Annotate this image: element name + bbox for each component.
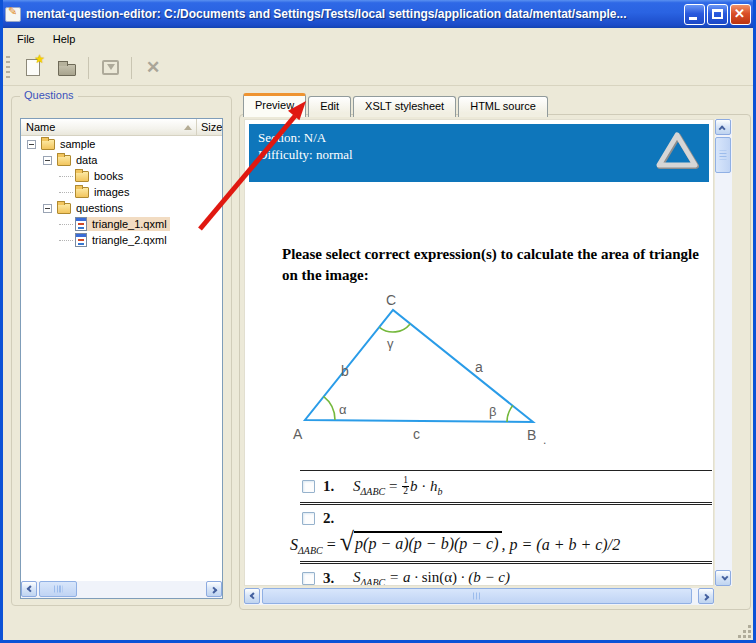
collapse-icon[interactable] bbox=[43, 204, 52, 213]
qxml-file-icon bbox=[75, 217, 87, 231]
tree-item-images[interactable]: images bbox=[21, 184, 222, 200]
questions-tree: Name Size sample data books bbox=[20, 118, 223, 599]
tab-edit[interactable]: Edit bbox=[308, 96, 351, 117]
side-a-label: a bbox=[475, 359, 483, 375]
collapse-icon[interactable] bbox=[27, 140, 36, 149]
scroll-down-button[interactable] bbox=[715, 570, 731, 586]
preview-document: Section: N/A Difficulty: normal Please s… bbox=[244, 119, 714, 586]
answer-2-formula: SΔABC = √p(p − a)(p − b)(p − c), p = (a … bbox=[290, 531, 712, 556]
tab-bar: Preview Edit XSLT stylesheet HTML source bbox=[243, 93, 550, 117]
tree-item-books[interactable]: books bbox=[21, 168, 222, 184]
collapse-icon[interactable] bbox=[43, 156, 52, 165]
scroll-right-button[interactable] bbox=[206, 581, 222, 597]
toolbar-separator bbox=[131, 57, 132, 79]
tree-item-sample[interactable]: sample bbox=[21, 136, 222, 152]
question-header-banner: Section: N/A Difficulty: normal bbox=[249, 124, 709, 182]
selected-row-highlight: triangle_1.qxml bbox=[75, 217, 170, 231]
tab-preview[interactable]: Preview bbox=[243, 93, 306, 117]
folder-icon bbox=[57, 155, 71, 166]
save-icon bbox=[102, 60, 119, 75]
title-bar[interactable]: mentat-question-editor: C:/Documents and… bbox=[0, 0, 756, 28]
answer-3-checkbox[interactable] bbox=[302, 572, 315, 585]
open-folder-button[interactable] bbox=[54, 55, 80, 81]
tree-item-triangle-2[interactable]: triangle_2.qxml bbox=[21, 232, 222, 248]
folder-icon bbox=[41, 139, 55, 150]
tree-connector bbox=[59, 192, 73, 193]
tree-connector bbox=[59, 224, 73, 225]
new-document-button[interactable] bbox=[20, 55, 46, 81]
tab-xslt-stylesheet[interactable]: XSLT stylesheet bbox=[353, 96, 456, 117]
answer-row-1: 1. SΔABC = 12b · hb bbox=[300, 471, 712, 505]
answer-1-number: 1. bbox=[323, 478, 353, 495]
resize-grip[interactable] bbox=[738, 625, 751, 638]
difficulty-text: Difficulty: normal bbox=[258, 146, 700, 163]
tree-column-size[interactable]: Size bbox=[196, 119, 222, 135]
new-document-icon bbox=[26, 59, 40, 76]
toolbar-drag-handle[interactable] bbox=[6, 56, 10, 80]
folder-icon bbox=[75, 187, 89, 198]
tree-item-data[interactable]: data bbox=[21, 152, 222, 168]
open-folder-icon bbox=[58, 64, 76, 76]
answer-table: 1. SΔABC = 12b · hb 2. bbox=[300, 470, 712, 586]
scrollbar-thumb[interactable] bbox=[39, 581, 77, 597]
preview-vertical-scrollbar[interactable] bbox=[715, 119, 732, 586]
scrollbar-thumb[interactable] bbox=[715, 137, 731, 173]
folder-icon bbox=[75, 171, 89, 182]
vertex-b-label: B bbox=[527, 427, 536, 443]
menu-file[interactable]: File bbox=[8, 30, 44, 48]
side-c-label: c bbox=[413, 426, 420, 442]
sort-arrow-icon bbox=[184, 125, 192, 130]
sentence-period: . bbox=[543, 433, 546, 447]
questions-panel-label: Questions bbox=[20, 89, 78, 101]
window-title: mentat-question-editor: C:/Documents and… bbox=[26, 7, 678, 21]
toolbar-separator bbox=[88, 57, 89, 79]
app-window: mentat-question-editor: C:/Documents and… bbox=[0, 0, 756, 643]
answer-1-checkbox[interactable] bbox=[302, 480, 315, 493]
answer-3-number: 3. bbox=[323, 570, 353, 586]
angle-gamma-label: γ bbox=[387, 336, 394, 351]
preview-panel: Section: N/A Difficulty: normal Please s… bbox=[239, 114, 751, 610]
angle-alpha-label: α bbox=[339, 402, 347, 417]
qxml-file-icon bbox=[75, 233, 87, 247]
scroll-left-button[interactable] bbox=[21, 581, 37, 597]
scroll-right-button[interactable] bbox=[698, 588, 714, 604]
section-text: Section: N/A bbox=[258, 129, 700, 146]
tree-column-name[interactable]: Name bbox=[21, 121, 196, 133]
toolbar: ✕ bbox=[3, 50, 753, 86]
scrollbar-thumb[interactable] bbox=[262, 588, 692, 604]
app-icon bbox=[5, 7, 21, 22]
delete-button[interactable]: ✕ bbox=[140, 55, 166, 81]
question-text: Please select correct expression(s) to c… bbox=[282, 244, 710, 286]
minimize-button[interactable] bbox=[684, 4, 705, 25]
save-button[interactable] bbox=[97, 55, 123, 81]
answer-row-3: 3. SΔABC = a · sin(α) · (b − c) bbox=[300, 564, 712, 586]
answer-2-number: 2. bbox=[323, 510, 353, 527]
questions-panel: Questions Name Size sample data bbox=[11, 96, 232, 606]
angle-arcs bbox=[324, 324, 513, 422]
vertex-a-label: A bbox=[293, 426, 303, 442]
angle-beta-label: β bbox=[489, 404, 496, 419]
answer-1-formula: SΔABC = 12b · hb bbox=[353, 476, 442, 497]
preview-horizontal-scrollbar[interactable] bbox=[244, 588, 714, 605]
tree-connector bbox=[59, 176, 73, 177]
vertex-c-label: C bbox=[386, 292, 396, 308]
menu-bar: File Help bbox=[3, 28, 753, 50]
menu-help[interactable]: Help bbox=[44, 30, 85, 48]
side-b-label: b bbox=[341, 363, 349, 379]
delete-icon: ✕ bbox=[146, 59, 160, 76]
triangle-logo-icon bbox=[655, 131, 699, 171]
tree-item-triangle-1[interactable]: triangle_1.qxml bbox=[21, 216, 222, 232]
tree-item-questions[interactable]: questions bbox=[21, 200, 222, 216]
tree-connector bbox=[59, 240, 73, 241]
close-button[interactable]: ✕ bbox=[730, 4, 751, 25]
scroll-left-button[interactable] bbox=[244, 588, 260, 604]
answer-row-2: 2. SΔABC = √p(p − a)(p − b)(p − c), p = … bbox=[300, 505, 712, 564]
tree-header: Name Size bbox=[21, 119, 222, 136]
answer-2-checkbox[interactable] bbox=[302, 512, 315, 525]
maximize-button[interactable] bbox=[707, 4, 728, 25]
answer-3-formula: SΔABC = a · sin(α) · (b − c) bbox=[353, 569, 510, 586]
tab-html-source[interactable]: HTML source bbox=[458, 96, 548, 117]
triangle-figure: C A B b a c α β γ . bbox=[285, 292, 713, 452]
tree-horizontal-scrollbar[interactable] bbox=[21, 581, 222, 598]
scroll-up-button[interactable] bbox=[715, 119, 731, 135]
